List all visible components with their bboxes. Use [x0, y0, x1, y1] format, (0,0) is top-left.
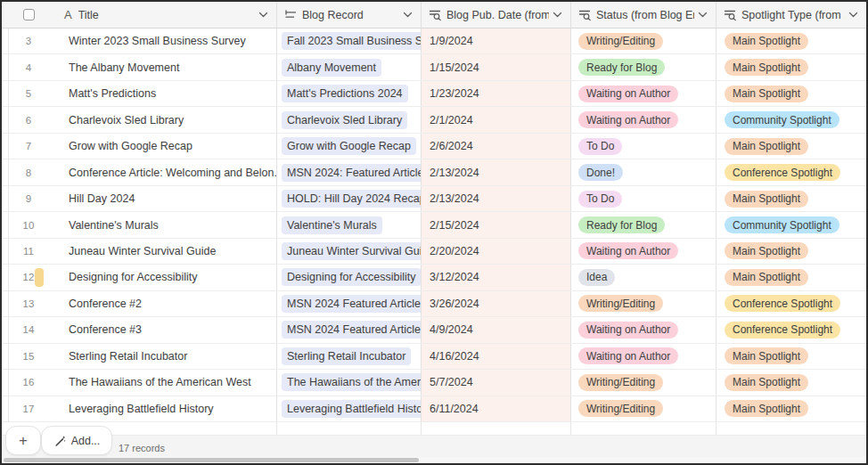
date-cell[interactable]: 2/15/2024	[421, 212, 570, 237]
record-cell[interactable]: Grow with Google Recap	[276, 134, 421, 159]
title-cell[interactable]: The Albany Movement	[55, 54, 276, 79]
status-badge[interactable]: To Do	[578, 138, 622, 155]
spotlight-cell[interactable]: Main Spotlight	[716, 81, 866, 106]
record-cell[interactable]: The Hawaiians of the American West	[276, 370, 421, 395]
record-pill[interactable]: Sterling Retail Incubator	[282, 347, 411, 365]
row-number-cell[interactable]: 14	[2, 317, 55, 342]
status-cell[interactable]: Ready for Blog	[570, 212, 716, 237]
spotlight-badge[interactable]: Conference Spotlight	[725, 322, 840, 339]
row-number-cell[interactable]: 17	[2, 396, 55, 421]
record-pill[interactable]: Leveraging Battlefield History	[282, 400, 421, 418]
date-cell[interactable]: 4/9/2024	[421, 317, 570, 342]
record-pill[interactable]: HOLD: Hill Day 2024 Recap	[282, 190, 421, 208]
spotlight-cell[interactable]: Main Spotlight	[716, 134, 866, 159]
row-number-cell[interactable]: 16	[2, 370, 55, 395]
date-cell[interactable]: 2/1/2024	[421, 107, 570, 132]
title-cell[interactable]: Charlevoix Sled Library	[55, 107, 276, 132]
status-cell[interactable]: To Do	[570, 134, 716, 159]
status-cell[interactable]: Writing/Editing	[570, 29, 716, 53]
status-badge[interactable]: Ready for Blog	[578, 59, 665, 76]
column-header-blog-pub-date[interactable]: Blog Pub. Date (from...	[421, 2, 570, 28]
record-pill[interactable]: Designing for Accessibility	[282, 268, 421, 286]
record-pill[interactable]: The Hawaiians of the American West	[282, 373, 421, 391]
add-with-ai-button[interactable]: Add...	[41, 426, 112, 455]
spotlight-badge[interactable]: Main Spotlight	[725, 191, 808, 208]
row-number-cell[interactable]: 12	[2, 265, 55, 290]
chevron-down-icon[interactable]	[403, 12, 413, 18]
select-all-checkbox[interactable]	[23, 9, 35, 20]
title-cell[interactable]: Juneau Winter Survival Guide	[55, 239, 276, 264]
date-cell[interactable]: 2/13/2024	[421, 159, 570, 184]
title-cell[interactable]: Conference #2	[55, 291, 276, 316]
spotlight-cell[interactable]: Main Spotlight	[716, 29, 866, 53]
status-cell[interactable]: Writing/Editing	[570, 291, 716, 316]
record-cell[interactable]: MSN 2024: Featured Article #1	[276, 159, 421, 184]
record-cell[interactable]: HOLD: Hill Day 2024 Recap	[276, 186, 421, 211]
chevron-down-icon[interactable]	[553, 12, 562, 18]
spotlight-badge[interactable]: Main Spotlight	[725, 269, 808, 286]
title-cell[interactable]: Conference #3	[55, 317, 276, 342]
spotlight-badge[interactable]: Conference Spotlight	[725, 295, 840, 312]
status-badge[interactable]: Writing/Editing	[578, 295, 663, 312]
date-cell[interactable]: 3/12/2024	[421, 265, 570, 290]
record-cell[interactable]: Matt's Predictions 2024	[276, 81, 421, 106]
row-number-cell[interactable]: 5	[2, 81, 55, 106]
column-header-status[interactable]: Status (from Blog Ent...	[570, 2, 716, 28]
status-cell[interactable]: Idea	[570, 265, 716, 290]
spotlight-badge[interactable]: Main Spotlight	[725, 400, 808, 417]
status-badge[interactable]: Ready for Blog	[578, 216, 665, 233]
title-cell[interactable]: Matt's Predictions	[55, 81, 276, 106]
record-pill[interactable]: Juneau Winter Survival Guide	[282, 242, 421, 260]
spotlight-cell[interactable]: Main Spotlight	[716, 186, 866, 211]
title-cell[interactable]: Sterling Retail Incubator	[55, 344, 276, 369]
spotlight-cell[interactable]: Main Spotlight	[716, 370, 866, 395]
date-cell[interactable]: 2/6/2024	[421, 134, 570, 159]
record-pill[interactable]: Albany Movement	[282, 59, 381, 77]
record-cell[interactable]: Charlevoix Sled Library	[276, 107, 421, 132]
title-cell[interactable]: Winter 2023 Small Business Survey	[55, 29, 276, 53]
status-badge[interactable]: Idea	[578, 269, 615, 286]
spotlight-cell[interactable]: Main Spotlight	[716, 344, 866, 369]
record-cell[interactable]: Albany Movement	[276, 54, 421, 79]
title-cell[interactable]: Hill Day 2024	[55, 186, 276, 211]
status-badge[interactable]: Waiting on Author	[578, 322, 678, 339]
date-cell[interactable]: 6/11/2024	[421, 396, 570, 421]
status-badge[interactable]: Waiting on Author	[578, 242, 678, 259]
status-cell[interactable]: Waiting on Author	[570, 239, 716, 264]
status-cell[interactable]: Ready for Blog	[570, 54, 716, 79]
spotlight-badge[interactable]: Main Spotlight	[725, 138, 808, 155]
record-pill[interactable]: MSN 2024: Featured Article #1	[282, 164, 421, 182]
status-cell[interactable]: Writing/Editing	[570, 396, 716, 421]
spotlight-badge[interactable]: Community Spotlight	[725, 216, 839, 233]
record-pill[interactable]: Fall 2023 Small Business Survey	[282, 32, 421, 50]
scrollbar-thumb[interactable]	[4, 458, 419, 462]
select-all-cell[interactable]	[2, 2, 55, 28]
spotlight-cell[interactable]: Main Spotlight	[716, 54, 866, 79]
status-badge[interactable]: Done!	[578, 164, 623, 181]
status-cell[interactable]: Waiting on Author	[570, 344, 716, 369]
date-cell[interactable]: 1/15/2024	[421, 54, 570, 79]
status-cell[interactable]: To Do	[570, 186, 716, 211]
status-badge[interactable]: Writing/Editing	[578, 400, 663, 417]
spotlight-badge[interactable]: Main Spotlight	[725, 86, 808, 102]
status-badge[interactable]: Waiting on Author	[578, 86, 678, 102]
spotlight-badge[interactable]: Main Spotlight	[725, 347, 808, 364]
status-badge[interactable]: Writing/Editing	[578, 33, 663, 50]
title-cell[interactable]: Leveraging Battlefield History	[55, 396, 276, 421]
status-cell[interactable]: Writing/Editing	[570, 370, 716, 395]
spotlight-badge[interactable]: Main Spotlight	[725, 33, 808, 50]
row-number-cell[interactable]: 4	[2, 54, 55, 79]
spotlight-cell[interactable]: Main Spotlight	[716, 265, 866, 290]
record-pill[interactable]: Matt's Predictions 2024	[282, 85, 408, 102]
status-cell[interactable]: Waiting on Author	[570, 107, 716, 132]
spotlight-cell[interactable]: Conference Spotlight	[716, 317, 866, 342]
status-badge[interactable]: Writing/Editing	[578, 374, 663, 391]
empty-row[interactable]	[2, 422, 866, 435]
date-cell[interactable]: 2/13/2024	[421, 186, 570, 211]
record-cell[interactable]: Sterling Retail Incubator	[276, 344, 421, 369]
date-cell[interactable]: 1/23/2024	[421, 81, 570, 106]
status-badge[interactable]: Waiting on Author	[578, 111, 678, 128]
row-number-cell[interactable]: 3	[2, 29, 55, 53]
row-number-cell[interactable]: 15	[2, 344, 55, 369]
status-cell[interactable]: Waiting on Author	[570, 317, 716, 342]
